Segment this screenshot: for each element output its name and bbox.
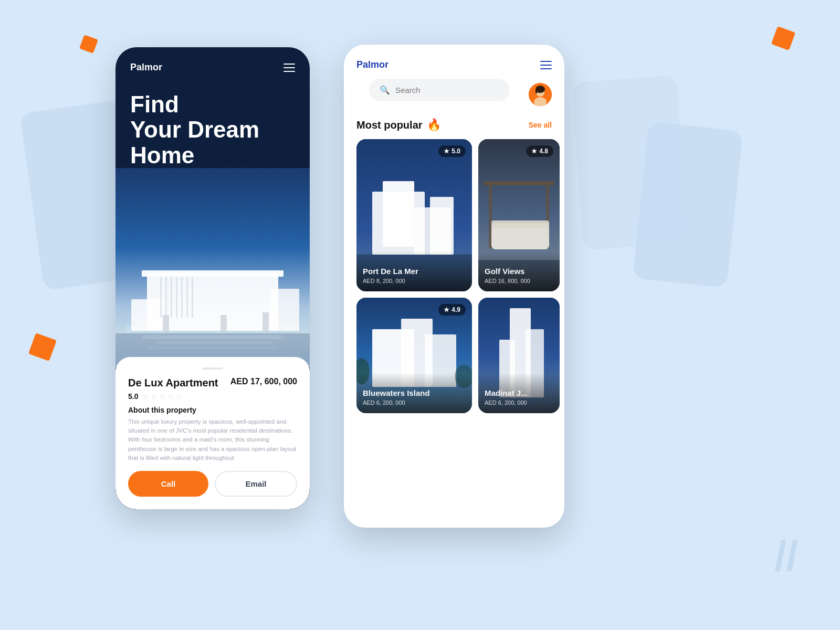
star-rating: ☆ ☆ ☆ ☆ ☆ xyxy=(142,392,183,401)
search-row: 🔍 xyxy=(344,79,564,110)
properties-grid-top: ★ 5.0 Port De La Mer AED 8, 200, 000 xyxy=(344,139,564,291)
property-card-header: De Lux Apartment AED 17, 600, 000 xyxy=(128,377,297,389)
svg-rect-18 xyxy=(147,346,278,349)
svg-rect-14 xyxy=(262,312,269,332)
deco-slash: // xyxy=(775,536,798,578)
tile-rating-3: 4.9 xyxy=(452,306,460,313)
deco-shape-2 xyxy=(771,26,795,50)
left-phone-header: Palmor xyxy=(116,47,310,81)
section-header: Most popular 🔥 See all xyxy=(344,118,564,132)
action-buttons: Call Email xyxy=(128,471,297,497)
svg-rect-13 xyxy=(220,315,227,332)
section-title: Most popular xyxy=(356,119,423,131)
tile-price-1: AED 8, 200, 000 xyxy=(363,278,466,284)
svg-rect-23 xyxy=(536,89,537,93)
tile-info-3: Bluewaters Island AED 6, 200, 000 xyxy=(356,373,472,413)
tile-price-4: AED 6, 200, 000 xyxy=(485,400,553,406)
svg-rect-6 xyxy=(171,276,172,318)
avatar-image xyxy=(529,83,552,106)
hero-line3: Home xyxy=(130,142,194,168)
star-2: ☆ xyxy=(151,392,158,401)
hero-line2: Your Dream xyxy=(130,117,259,142)
properties-grid-bottom: ★ 4.9 Bluewaters Island AED 6, 200, 000 xyxy=(344,291,564,413)
property-tile-bluewaters[interactable]: ★ 4.9 Bluewaters Island AED 6, 200, 000 xyxy=(356,298,472,413)
hero-image-area xyxy=(116,168,310,368)
search-bar[interactable]: 🔍 xyxy=(369,79,510,101)
svg-rect-8 xyxy=(181,276,183,318)
see-all-button[interactable]: See all xyxy=(529,121,552,129)
tile-bg-2: ★ 4.8 Golf Views AED 16, 800, 000 xyxy=(478,139,560,291)
svg-rect-26 xyxy=(383,181,414,247)
tile-rating-2: 4.8 xyxy=(539,148,548,155)
rating-number: 5.0 xyxy=(128,392,138,401)
star-5: ☆ xyxy=(176,392,183,401)
tile-bg-1: ★ 5.0 Port De La Mer AED 8, 200, 000 xyxy=(356,139,472,291)
svg-rect-31 xyxy=(484,181,554,185)
house-illustration xyxy=(116,168,310,368)
tile-badge-2: ★ 4.8 xyxy=(526,145,553,157)
right-logo: Palmor xyxy=(356,59,388,70)
svg-rect-10 xyxy=(192,276,193,318)
svg-rect-12 xyxy=(163,315,169,332)
deco-shape-3 xyxy=(28,333,57,361)
tile-info-1: Port De La Mer AED 8, 200, 000 xyxy=(356,251,472,291)
call-button[interactable]: Call xyxy=(128,471,208,497)
search-icon: 🔍 xyxy=(380,85,390,95)
about-label: About this property xyxy=(128,406,297,414)
tile-bg-4: Madinat J... AED 6, 200, 000 xyxy=(478,298,560,413)
property-tile-port-de-la-mer[interactable]: ★ 5.0 Port De La Mer AED 8, 200, 000 xyxy=(356,139,472,291)
hero-line1: Find xyxy=(130,91,179,117)
tile-bg-3: ★ 4.9 Bluewaters Island AED 6, 200, 000 xyxy=(356,298,472,413)
svg-rect-28 xyxy=(430,197,454,255)
tile-info-2: Golf Views AED 16, 800, 000 xyxy=(478,251,560,291)
svg-rect-35 xyxy=(491,220,549,228)
tile-info-4: Madinat J... AED 6, 200, 000 xyxy=(478,373,560,413)
svg-rect-5 xyxy=(165,276,167,318)
tile-name-3: Bluewaters Island xyxy=(363,388,466,397)
hamburger-menu-left[interactable] xyxy=(284,64,295,72)
svg-rect-17 xyxy=(158,341,273,344)
tile-price-3: AED 6, 200, 000 xyxy=(363,400,466,406)
star-1: ☆ xyxy=(142,392,149,401)
left-logo: Palmor xyxy=(130,62,162,73)
tile-name-1: Port De La Mer xyxy=(363,267,466,276)
property-tile-golf-views[interactable]: ★ 4.8 Golf Views AED 16, 800, 000 xyxy=(478,139,560,291)
tile-rating-1: 5.0 xyxy=(452,148,460,155)
phone-left: Palmor Find Your Dream Home xyxy=(116,47,310,509)
star-3: ☆ xyxy=(159,392,166,401)
hero-text: Find Your Dream Home xyxy=(116,81,310,168)
svg-rect-3 xyxy=(270,289,299,331)
star-4: ☆ xyxy=(167,392,174,401)
property-price: AED 17, 600, 000 xyxy=(230,377,297,386)
scroll-indicator xyxy=(202,368,223,370)
tile-name-2: Golf Views xyxy=(485,267,553,276)
about-text: This unique luxury property is spacious,… xyxy=(128,417,297,463)
svg-rect-16 xyxy=(142,335,284,339)
avatar[interactable] xyxy=(529,83,552,106)
tile-price-2: AED 16, 800, 000 xyxy=(485,278,553,284)
svg-rect-11 xyxy=(142,270,284,277)
right-phone-header: Palmor xyxy=(344,45,564,79)
section-title-area: Most popular 🔥 xyxy=(356,118,441,132)
deco-shape-1 xyxy=(79,35,98,54)
search-input[interactable] xyxy=(395,86,499,94)
house-svg xyxy=(116,220,310,368)
email-button[interactable]: Email xyxy=(215,471,297,497)
rating-row: 5.0 ☆ ☆ ☆ ☆ ☆ xyxy=(128,392,297,401)
hamburger-menu-right[interactable] xyxy=(540,61,552,69)
property-tile-madinat[interactable]: Madinat J... AED 6, 200, 000 xyxy=(478,298,560,413)
svg-rect-7 xyxy=(176,276,177,318)
fire-emoji: 🔥 xyxy=(427,118,441,132)
tile-badge-1: ★ 5.0 xyxy=(438,145,466,157)
tile-name-4: Madinat J... xyxy=(485,388,553,397)
tile-badge-3: ★ 4.9 xyxy=(438,304,466,316)
bg-card-3 xyxy=(572,75,688,250)
svg-rect-2 xyxy=(131,299,163,331)
svg-rect-4 xyxy=(160,276,162,318)
svg-rect-9 xyxy=(186,276,188,318)
phone-right: Palmor 🔍 Most popular � xyxy=(344,45,564,528)
property-card: De Lux Apartment AED 17, 600, 000 5.0 ☆ … xyxy=(116,357,310,509)
property-name: De Lux Apartment xyxy=(128,377,218,389)
